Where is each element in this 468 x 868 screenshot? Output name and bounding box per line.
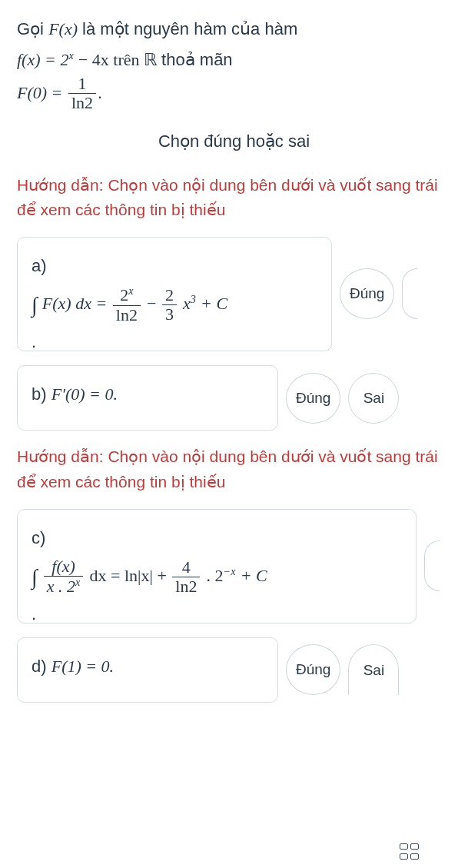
math-f: f(x) = 2: [17, 50, 68, 69]
item-card-d[interactable]: d) F(1) = 0.: [17, 637, 278, 703]
math-expr: F′(0) = 0.: [51, 384, 118, 404]
item-row-c: c) ∫ f(x) x . 2x dx = ln|x| + 4 ln2 . 2−…: [17, 509, 451, 624]
numerator: 2x: [113, 285, 141, 305]
fraction: 1 ln2: [68, 75, 96, 112]
numerator: 1: [68, 75, 96, 93]
denominator: ln2: [68, 93, 96, 112]
tail: + C: [241, 566, 267, 585]
instruction-title: Chọn đúng hoặc sai: [17, 131, 451, 151]
item-card-a[interactable]: a) ∫ F(x) dx = 2x ln2 − 2 3 x3 + C .: [17, 237, 332, 351]
dung-button-c-partial[interactable]: [424, 540, 440, 591]
sai-button-a-partial[interactable]: [402, 268, 417, 319]
denominator: ln2: [172, 577, 200, 596]
period: .: [32, 598, 402, 603]
period: .: [98, 83, 102, 102]
denominator: 3: [162, 304, 177, 324]
dung-button-b[interactable]: Đúng: [286, 373, 340, 424]
fraction: 4 ln2: [172, 558, 200, 596]
minus: −: [147, 294, 161, 313]
math-lhs: F(x) dx =: [42, 294, 111, 313]
denominator: ln2: [113, 305, 141, 324]
dung-button-d[interactable]: Đúng: [286, 644, 340, 695]
tail: + C: [201, 294, 227, 313]
numerator: 2: [162, 286, 177, 304]
grid-icon[interactable]: [396, 843, 422, 860]
math-F: F(x): [48, 19, 78, 38]
text: − 4x trên: [78, 50, 144, 69]
mid2: . 2: [207, 566, 224, 585]
period: .: [32, 326, 317, 331]
problem-statement: Gọi F(x) là một nguyên hàm của hàm f(x) …: [17, 14, 451, 113]
integral-sign: ∫: [32, 565, 38, 589]
item-label-c: c): [32, 522, 402, 554]
dung-button-a[interactable]: Đúng: [340, 268, 394, 319]
x: x: [183, 294, 191, 313]
numerator: 4: [172, 558, 200, 577]
item-row-a: a) ∫ F(x) dx = 2x ln2 − 2 3 x3 + C . Đún…: [17, 237, 451, 351]
sup-x: x: [68, 48, 73, 61]
denominator: x . 2x: [44, 576, 84, 597]
item-row-d: d) F(1) = 0. Đúng Sai: [17, 637, 451, 703]
fraction: 2x ln2: [113, 285, 141, 324]
text: Gọi: [17, 19, 48, 38]
text: là một nguyên hàm của hàm: [82, 19, 297, 38]
item-label-d: d): [32, 657, 51, 676]
sai-button-d[interactable]: Sai: [348, 644, 399, 695]
hint-text-2: Hướng dẫn: Chọn vào nội dung bên dưới và…: [17, 444, 451, 494]
fraction: f(x) x . 2x: [44, 557, 84, 597]
fraction: 2 3: [162, 286, 177, 324]
real-symbol: ℝ: [144, 50, 157, 69]
numerator: f(x): [44, 557, 84, 576]
math-lhs: F(0) =: [17, 83, 67, 102]
item-card-c[interactable]: c) ∫ f(x) x . 2x dx = ln|x| + 4 ln2 . 2−…: [17, 509, 417, 624]
hint-text: Hướng dẫn: Chọn vào nội dung bên dưới và…: [17, 173, 451, 223]
mid: dx = ln|x| +: [90, 566, 171, 585]
sai-button-b[interactable]: Sai: [348, 373, 399, 424]
item-label-b: b): [32, 384, 51, 404]
integral-sign: ∫: [32, 293, 38, 317]
text: thoả mãn: [161, 50, 233, 69]
item-row-b: b) F′(0) = 0. Đúng Sai: [17, 365, 451, 431]
item-card-b[interactable]: b) F′(0) = 0.: [17, 365, 278, 431]
sup-3: 3: [191, 293, 196, 305]
math-expr: F(1) = 0.: [51, 657, 114, 676]
sup-exp: −x: [224, 565, 236, 577]
item-label-a: a): [32, 250, 317, 282]
